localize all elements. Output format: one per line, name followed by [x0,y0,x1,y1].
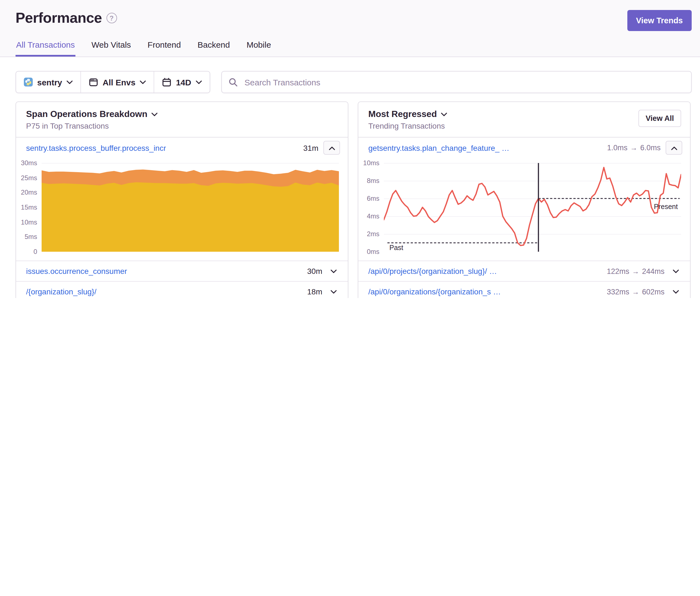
search-icon [228,77,238,87]
axis-tick-label: 10ms [363,159,379,167]
chevron-up-icon [329,146,335,150]
environment-filter-dropdown[interactable]: All Envs [81,72,154,93]
axis-tick-label: 0 [33,248,37,256]
expand-row-button[interactable] [670,268,682,275]
span-operations-breakdown-card: Span Operations Breakdown P75 in Top Tra… [16,101,348,298]
chevron-down-icon [151,112,157,116]
stacked-area-chart [42,163,339,252]
axis-tick-label: 2ms [367,230,379,238]
environment-icon [89,77,98,87]
arrow-right-icon: → [632,267,639,275]
duration-from: 332ms [607,287,629,296]
card-title-text: Span Operations Breakdown [26,109,147,119]
help-icon[interactable]: ? [106,13,117,23]
duration-to: 6.0ms [640,144,660,152]
y-axis-labels: 10ms8ms6ms4ms2ms0ms [359,163,384,252]
chevron-down-icon [673,269,679,273]
span-row: /{organization_slug}/ 18m [16,281,348,298]
search-transactions-input[interactable] [244,77,685,87]
python-project-icon [24,78,33,86]
page-filters: sentry All Envs 14D [16,71,210,93]
collapse-row-button[interactable] [323,141,340,155]
span-operation-link[interactable]: /{organization_slug}/ [26,287,97,296]
arrow-right-icon: → [632,287,639,296]
regressed-row: /api/0/organizations/{organization_s … 3… [358,281,690,298]
most-regressed-chart: 10ms8ms6ms4ms2ms0ms Past Present [358,158,690,261]
view-all-button[interactable]: View All [639,110,681,127]
span-operation-duration: 30m [307,267,322,276]
axis-tick-label: 20ms [21,189,37,197]
date-range-label: 14D [176,77,191,87]
span-operation-link[interactable]: issues.occurrence_consumer [26,267,127,276]
tab-mobile[interactable]: Mobile [246,39,272,56]
axis-tick-label: 0ms [367,248,379,256]
span-operation-duration: 18m [307,287,322,296]
collapse-row-button[interactable] [666,141,682,155]
chevron-down-icon [196,80,202,84]
duration-to: 602ms [642,287,665,296]
page-title: Performance [16,9,102,27]
tab-backend[interactable]: Backend [197,39,230,56]
span-operation-link[interactable]: sentry.tasks.process_buffer.process_incr [26,143,166,152]
past-label: Past [390,244,403,252]
axis-tick-label: 10ms [21,218,37,226]
tab-frontend[interactable]: Frontend [147,39,181,56]
chart-cards-row: Span Operations Breakdown P75 in Top Tra… [16,101,692,298]
axis-tick-label: 4ms [367,212,379,220]
chevron-down-icon [673,290,679,294]
regressed-transaction-link[interactable]: /api/0/organizations/{organization_s … [368,287,501,296]
duration-to: 244ms [642,267,665,275]
expand-row-button[interactable] [670,288,682,295]
card-subtitle: Trending Transactions [368,122,680,130]
regressed-transaction-link[interactable]: /api/0/projects/{organization_slug}/ … [368,267,497,276]
most-regressed-title-dropdown[interactable]: Most Regressed [368,109,680,119]
view-trends-button[interactable]: View Trends [627,10,692,31]
trend-line-chart: Past Present [384,163,681,252]
chevron-down-icon [441,112,447,116]
span-breakdown-title-dropdown[interactable]: Span Operations Breakdown [26,109,338,119]
chevron-down-icon [331,269,337,273]
card-subtitle: P75 in Top Transactions [26,122,338,130]
span-row: issues.occurrence_consumer 30m [16,261,348,281]
axis-tick-label: 15ms [21,204,37,211]
project-filter-dropdown[interactable]: sentry [16,72,80,93]
duration-from: 1.0ms [607,144,628,152]
calendar-icon [162,77,171,87]
card-title-text: Most Regressed [368,109,437,119]
chevron-down-icon [140,80,146,84]
chevron-down-icon [331,290,337,294]
performance-page: Performance ? View Trends All Transactio… [0,0,700,298]
environment-filter-label: All Envs [103,77,135,87]
top-bar: Performance ? View Trends All Transactio… [0,0,700,57]
axis-tick-label: 30ms [21,159,37,167]
content-area: sentry All Envs 14D [0,71,700,298]
arrow-right-icon: → [630,144,637,152]
regressed-transaction-link[interactable]: getsentry.tasks.plan_change_feature_ … [368,143,509,152]
tab-all-transactions[interactable]: All Transactions [16,39,75,56]
most-regressed-card: Most Regressed Trending Transactions Vie… [358,101,691,298]
chevron-up-icon [671,146,677,150]
project-filter-label: sentry [37,77,62,87]
tab-bar: All TransactionsWeb VitalsFrontendBacken… [0,31,700,57]
y-axis-labels: 30ms25ms20ms15ms10ms5ms0 [17,163,42,252]
chevron-down-icon [67,80,73,84]
span-row-expanded: sentry.tasks.process_buffer.process_incr… [16,137,348,158]
date-range-dropdown[interactable]: 14D [154,72,209,93]
axis-tick-label: 8ms [367,177,379,185]
duration-from: 122ms [607,267,629,275]
tab-web-vitals[interactable]: Web Vitals [91,39,131,56]
span-breakdown-chart: 30ms25ms20ms15ms10ms5ms0 [16,158,348,261]
regressed-row-expanded: getsentry.tasks.plan_change_feature_ … 1… [358,137,690,158]
span-operation-duration: 31m [303,143,318,152]
present-label: Present [654,203,678,211]
filter-row: sentry All Envs 14D [16,71,692,93]
axis-tick-label: 6ms [367,195,379,202]
regressed-row: /api/0/projects/{organization_slug}/ … 1… [358,261,690,281]
axis-tick-label: 5ms [25,233,37,241]
axis-tick-label: 25ms [21,174,37,182]
expand-row-button[interactable] [327,288,340,295]
expand-row-button[interactable] [327,268,340,275]
search-bar [221,71,692,93]
